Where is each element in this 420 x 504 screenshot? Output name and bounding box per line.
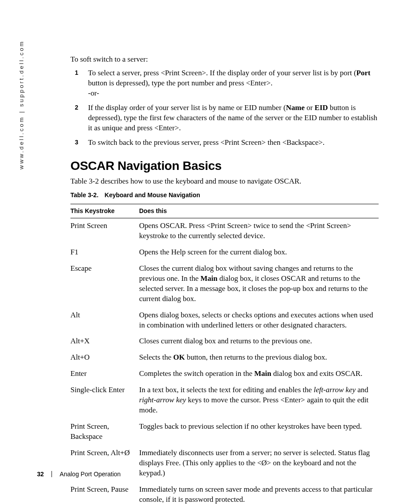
- table-row: EnterCompletes the switch operation in t…: [70, 366, 379, 383]
- table-intro: Table 3-2 describes how to use the keybo…: [70, 177, 379, 187]
- cell-description: Completes the switch operation in the Ma…: [139, 366, 379, 383]
- cell-keystroke: Print Screen, Backspace: [70, 419, 139, 445]
- cell-description: Opens OSCAR. Press <Print Screen> twice …: [139, 218, 379, 245]
- cell-description: Selects the OK button, then returns to t…: [139, 350, 379, 366]
- list-item: 1To select a server, press <Print Screen…: [70, 68, 379, 99]
- step-text: To switch back to the previous server, p…: [88, 138, 324, 147]
- table-header-description: Does this: [139, 204, 379, 218]
- step-text: To select a server, press <Print Screen>…: [88, 69, 370, 97]
- cell-description: Toggles back to previous selection if no…: [139, 419, 379, 445]
- footer-separator: [52, 471, 52, 477]
- table-row: Single-click EnterIn a text box, it sele…: [70, 383, 379, 419]
- cell-description: Opens the Help screen for the current di…: [139, 245, 379, 261]
- table-body: Print ScreenOpens OSCAR. Press <Print Sc…: [70, 218, 379, 504]
- table-row: F1Opens the Help screen for the current …: [70, 245, 379, 261]
- cell-keystroke: Alt: [70, 308, 139, 334]
- intro-text: To soft switch to a server:: [70, 55, 379, 65]
- cell-description: Opens dialog boxes, selects or checks op…: [139, 308, 379, 334]
- cell-keystroke: Alt+X: [70, 334, 139, 350]
- cell-description: Immediately disconnects user from a serv…: [139, 445, 379, 482]
- cell-description: Closes the current dialog box without sa…: [139, 261, 379, 308]
- step-number: 1: [75, 69, 78, 77]
- list-item: 2If the display order of your server lis…: [70, 103, 379, 133]
- page-footer: 32 Analog Port Operation: [37, 470, 121, 478]
- cell-description: In a text box, it selects the text for e…: [139, 383, 379, 419]
- cell-keystroke: Escape: [70, 261, 139, 308]
- list-item: 3To switch back to the previous server, …: [70, 138, 379, 148]
- cell-keystroke: Single-click Enter: [70, 383, 139, 419]
- cell-keystroke: Enter: [70, 366, 139, 383]
- table-header-row: This Keystroke Does this: [70, 204, 379, 218]
- sidebar-url: www.dell.com | support.dell.com: [18, 40, 26, 169]
- table-row: Alt+OSelects the OK button, then returns…: [70, 350, 379, 366]
- table-row: Alt+XCloses current dialog box and retur…: [70, 334, 379, 350]
- cell-keystroke: Print Screen: [70, 218, 139, 245]
- table-row: Print Screen, BackspaceToggles back to p…: [70, 419, 379, 445]
- table-row: Print ScreenOpens OSCAR. Press <Print Sc…: [70, 218, 379, 245]
- cell-keystroke: F1: [70, 245, 139, 261]
- footer-chapter-title: Analog Port Operation: [60, 471, 121, 478]
- cell-description: Immediately turns on screen saver mode a…: [139, 482, 379, 504]
- table-header-keystroke: This Keystroke: [70, 204, 139, 218]
- page-body: To soft switch to a server: 1To select a…: [70, 55, 379, 504]
- table-row: Print Screen, PauseImmediately turns on …: [70, 482, 379, 504]
- table-row: EscapeCloses the current dialog box with…: [70, 261, 379, 308]
- cell-keystroke: Print Screen, Pause: [70, 482, 139, 504]
- cell-description: Closes current dialog box and returns to…: [139, 334, 379, 350]
- steps-list: 1To select a server, press <Print Screen…: [70, 68, 379, 148]
- navigation-table: This Keystroke Does this Print ScreenOpe…: [70, 204, 379, 504]
- table-row: AltOpens dialog boxes, selects or checks…: [70, 308, 379, 334]
- section-heading: OSCAR Navigation Basics: [70, 158, 379, 174]
- step-text: If the display order of your server list…: [88, 103, 377, 132]
- step-number: 3: [75, 138, 78, 147]
- step-number: 2: [75, 103, 78, 112]
- page-number: 32: [37, 471, 44, 478]
- table-caption: Table 3-2. Keyboard and Mouse Navigation: [70, 191, 379, 199]
- cell-keystroke: Alt+O: [70, 350, 139, 366]
